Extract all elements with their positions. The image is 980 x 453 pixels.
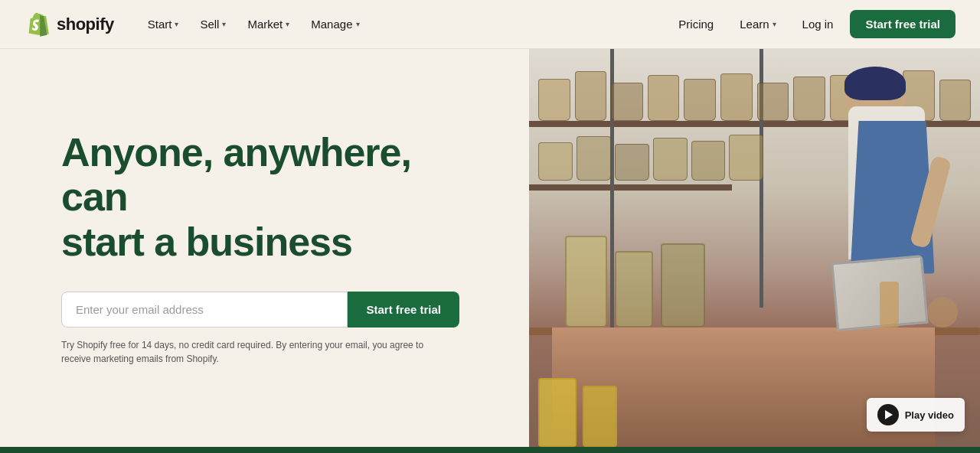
hero-disclaimer: Try Shopify free for 14 days, no credit … bbox=[61, 338, 444, 366]
shelf-bar-mid bbox=[529, 184, 732, 191]
hero-start-free-trial-button[interactable]: Start free trial bbox=[348, 292, 459, 328]
jar-item bbox=[575, 71, 607, 121]
hero-image: Play video bbox=[529, 49, 980, 447]
chevron-down-icon: ▾ bbox=[286, 20, 289, 28]
nav-login[interactable]: Log in bbox=[792, 11, 844, 37]
hero-section: Anyone, anywhere, can start a business S… bbox=[0, 49, 980, 447]
chevron-down-icon: ▾ bbox=[175, 20, 178, 28]
small-bottle bbox=[880, 282, 899, 328]
hero-left: Anyone, anywhere, can start a business S… bbox=[0, 49, 529, 447]
bowl bbox=[927, 297, 958, 328]
hero-scene bbox=[529, 49, 980, 447]
bottom-green-bar bbox=[0, 447, 980, 453]
nav-market[interactable]: Market ▾ bbox=[238, 11, 299, 37]
jar-item bbox=[538, 79, 570, 121]
jar-item bbox=[648, 75, 680, 121]
large-jar bbox=[565, 236, 607, 328]
table-jars bbox=[565, 236, 705, 328]
jar-item bbox=[611, 83, 643, 121]
nav-sell[interactable]: Sell ▾ bbox=[191, 11, 235, 37]
person-figure bbox=[755, 49, 944, 407]
large-jar bbox=[661, 243, 705, 328]
floor-jars bbox=[538, 378, 617, 447]
yellow-jar bbox=[538, 378, 577, 447]
hero-headline: Anyone, anywhere, can start a business bbox=[61, 130, 483, 264]
nav-links: Start ▾ Sell ▾ Market ▾ Manage ▾ bbox=[139, 11, 369, 37]
chevron-down-icon: ▾ bbox=[356, 20, 360, 28]
nav-manage[interactable]: Manage ▾ bbox=[302, 11, 368, 37]
nav-right: Pricing Learn ▾ Log in Start free trial bbox=[668, 10, 956, 38]
nav-learn[interactable]: Learn ▾ bbox=[730, 11, 785, 37]
nav-start[interactable]: Start ▾ bbox=[139, 11, 188, 37]
shopify-logo-icon bbox=[24, 11, 51, 37]
play-icon bbox=[877, 404, 899, 425]
nav-pricing[interactable]: Pricing bbox=[668, 11, 724, 37]
email-input[interactable] bbox=[61, 292, 348, 328]
jar-item bbox=[538, 142, 573, 181]
play-video-label: Play video bbox=[905, 409, 954, 421]
navbar: shopify Start ▾ Sell ▾ Market ▾ Manage ▾… bbox=[0, 0, 980, 49]
play-video-button[interactable]: Play video bbox=[867, 398, 965, 432]
brand-name: shopify bbox=[57, 15, 114, 34]
jar-item bbox=[720, 73, 753, 121]
logo-link[interactable]: shopify bbox=[24, 11, 114, 37]
jar-item bbox=[577, 136, 611, 181]
email-form: Start free trial bbox=[61, 292, 459, 328]
jar-item bbox=[615, 144, 649, 181]
nav-start-free-trial-button[interactable]: Start free trial bbox=[850, 10, 956, 38]
chevron-down-icon: ▾ bbox=[222, 20, 226, 28]
jar-item bbox=[653, 138, 688, 181]
play-triangle-icon bbox=[885, 410, 893, 419]
person-headwrap bbox=[844, 67, 906, 100]
nav-left: shopify Start ▾ Sell ▾ Market ▾ Manage ▾ bbox=[24, 11, 369, 37]
jar-item bbox=[939, 80, 972, 121]
jar-item bbox=[684, 79, 716, 121]
jar-item bbox=[691, 141, 726, 181]
chevron-down-icon: ▾ bbox=[773, 20, 776, 28]
shelf-jars-mid bbox=[538, 125, 763, 181]
large-jar bbox=[615, 251, 653, 328]
yellow-jar bbox=[583, 386, 617, 447]
